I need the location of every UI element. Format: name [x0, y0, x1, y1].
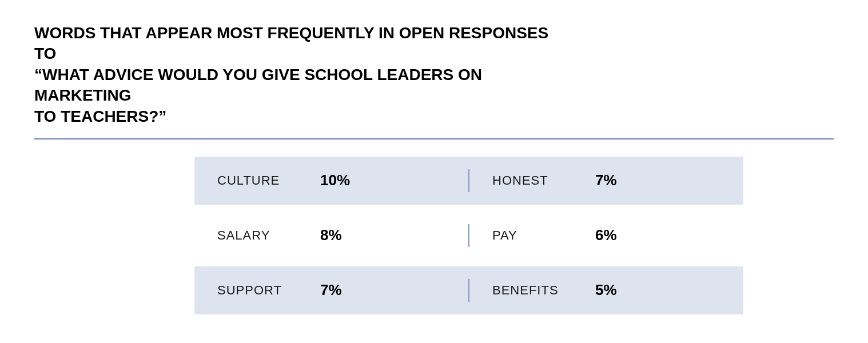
word-culture: CULTURE [217, 173, 309, 188]
word-salary: SALARY [217, 228, 309, 243]
data-row-3: SUPPORT 7% BENEFITS 5% [194, 266, 743, 314]
right-item-benefits: BENEFITS 5% [492, 281, 720, 299]
left-item-support: SUPPORT 7% [217, 281, 445, 299]
vertical-divider-3 [468, 279, 469, 302]
data-row-2: SALARY 8% PAY 6% [194, 212, 743, 260]
title-line2: “WHAT ADVICE WOULD YOU GIVE SCHOOL LEADE… [34, 66, 482, 104]
vertical-divider-1 [468, 169, 469, 192]
word-benefits: BENEFITS [492, 283, 584, 298]
chart-title: WORDS THAT APPEAR MOST FREQUENTLY IN OPE… [34, 23, 549, 127]
pct-culture: 10% [320, 172, 350, 189]
data-container: CULTURE 10% HONEST 7% SALARY 8% PAY 6% S… [194, 157, 743, 314]
title-line1: WORDS THAT APPEAR MOST FREQUENTLY IN OPE… [34, 24, 548, 62]
title-section: WORDS THAT APPEAR MOST FREQUENTLY IN OPE… [34, 23, 834, 127]
pct-salary: 8% [320, 226, 342, 244]
pct-pay: 6% [595, 226, 617, 244]
vertical-divider-2 [468, 224, 469, 247]
right-item-honest: HONEST 7% [492, 172, 720, 189]
word-pay: PAY [492, 228, 584, 243]
title-line3: TO TEACHERS?” [34, 107, 166, 125]
data-row-1: CULTURE 10% HONEST 7% [194, 157, 743, 205]
pct-honest: 7% [595, 172, 617, 189]
left-item-culture: CULTURE 10% [217, 172, 445, 189]
word-support: SUPPORT [217, 283, 309, 298]
right-item-pay: PAY 6% [492, 226, 720, 244]
pct-support: 7% [320, 281, 342, 299]
left-item-salary: SALARY 8% [217, 226, 445, 244]
word-honest: HONEST [492, 173, 584, 188]
pct-benefits: 5% [595, 281, 617, 299]
section-divider [34, 138, 834, 139]
